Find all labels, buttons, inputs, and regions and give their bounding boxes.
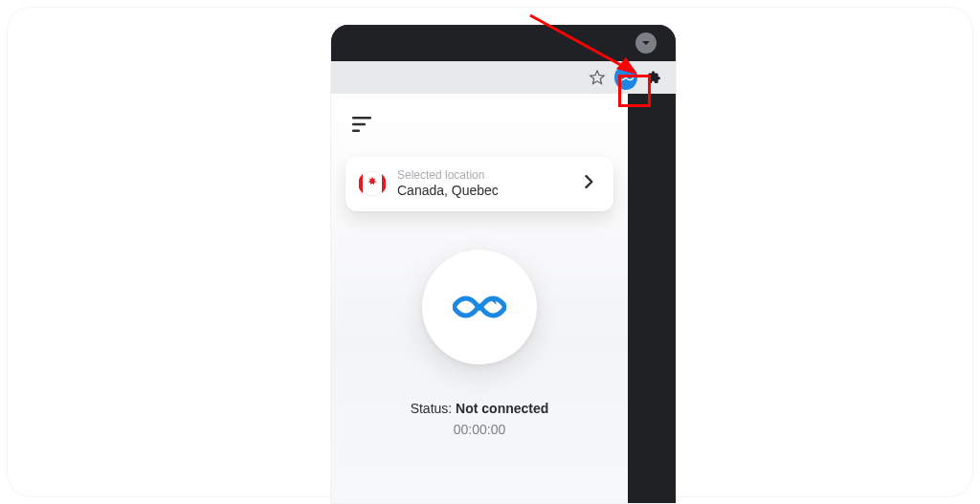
sort-icon (352, 117, 371, 132)
location-text: Selected location Canada, Quebec (397, 168, 583, 200)
selected-location-card[interactable]: Selected location Canada, Quebec (345, 157, 613, 211)
status-label: Status: (411, 401, 456, 416)
svg-rect-2 (352, 130, 360, 132)
browser-window: Selected location Canada, Quebec Status:… (331, 25, 676, 503)
connection-timer: 00:00:00 (454, 422, 506, 437)
svg-point-3 (360, 171, 385, 196)
infinity-icon (453, 290, 506, 324)
location-value: Canada, Quebec (397, 183, 583, 200)
page-background (628, 94, 676, 503)
flag-canada-icon (359, 170, 386, 197)
browser-titlebar (331, 25, 676, 61)
vpn-extension-button[interactable] (614, 66, 637, 89)
status-line: Status: Not connected (411, 401, 549, 416)
canvas: Selected location Canada, Quebec Status:… (8, 8, 972, 496)
chevron-right-icon (583, 175, 600, 192)
browser-toolbar (331, 61, 676, 94)
location-label: Selected location (397, 168, 583, 183)
extension-popup: Selected location Canada, Quebec Status:… (331, 94, 628, 503)
status-value: Not connected (456, 401, 548, 416)
extensions-puzzle-icon[interactable] (643, 66, 666, 89)
bookmark-star-icon[interactable] (586, 66, 609, 89)
svg-rect-1 (352, 123, 366, 125)
connect-button[interactable] (422, 250, 537, 364)
menu-button[interactable] (346, 111, 377, 138)
account-dropdown-icon[interactable] (635, 33, 657, 54)
svg-rect-0 (352, 117, 371, 119)
